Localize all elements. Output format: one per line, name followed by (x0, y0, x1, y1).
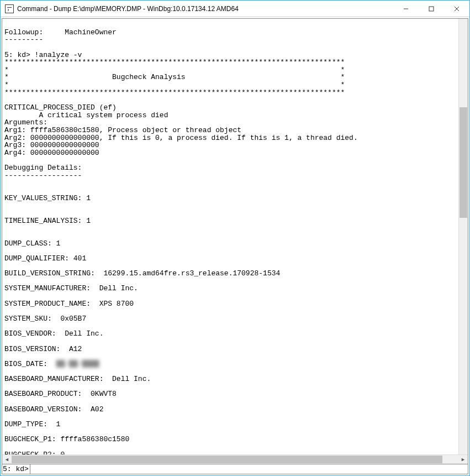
output-line (4, 44, 456, 51)
output-line (4, 278, 456, 285)
output-line: 5: kd> !analyze -v (4, 51, 456, 59)
svg-rect-0 (7, 7, 12, 8)
window-frame: Command - Dump E:\dmp\MEMORY.DMP - WinDb… (0, 0, 470, 476)
output-line: Arg2: 0000000000000000, If this is 0, a … (4, 134, 456, 142)
output-line (4, 292, 456, 300)
output-line: Arg4: 0000000000000000 (4, 149, 456, 157)
output-line: BASEBOARD_PRODUCT: 0KWVT8 (4, 390, 456, 398)
maximize-icon (429, 6, 434, 12)
output-line: BUGCHECK_P1: ffffa586380c1580 (4, 436, 456, 443)
close-button[interactable] (444, 1, 469, 17)
output-line: DUMP_TYPE: 1 (4, 421, 456, 428)
output-line: ****************************************… (4, 89, 456, 97)
vertical-scrollbar[interactable] (458, 19, 468, 454)
output-line: ****************************************… (4, 59, 456, 66)
svg-rect-2 (429, 7, 434, 11)
output-line (4, 263, 456, 270)
output-line (4, 353, 456, 360)
output-line (4, 413, 456, 421)
output-area: Followup: MachineOwner--------- 5: kd> !… (2, 19, 468, 454)
output-line: BUILD_VERSION_STRING: 16299.15.amd64fre.… (4, 270, 456, 278)
chevron-right-icon: ► (461, 457, 466, 462)
console-output[interactable]: Followup: MachineOwner--------- 5: kd> !… (2, 19, 458, 454)
output-line: * Bugcheck Analysis * (4, 74, 456, 81)
minimize-button[interactable] (393, 1, 419, 17)
output-line: * * (4, 81, 456, 89)
output-line: BUGCHECK_P2: 0 (4, 451, 456, 454)
output-line: BIOS_VENDOR: Dell Inc. (4, 330, 456, 338)
output-line (4, 428, 456, 436)
output-line (4, 202, 456, 210)
titlebar[interactable]: Command - Dump E:\dmp\MEMORY.DMP - WinDb… (1, 1, 469, 17)
maximize-button[interactable] (419, 1, 444, 17)
output-line (4, 187, 456, 195)
scroll-left-button[interactable]: ◄ (2, 455, 12, 464)
output-line (4, 323, 456, 331)
output-line: --------- (4, 36, 456, 44)
bios-date-redacted: ██/██/████ (56, 360, 99, 368)
output-line: BIOS_DATE: ██/██/████ (4, 360, 456, 368)
output-line (4, 96, 456, 104)
output-line (4, 443, 456, 451)
command-prompt-row: 5: kd> (2, 464, 468, 474)
output-line: CRITICAL_PROCESS_DIED (ef) (4, 104, 456, 112)
output-line: Followup: MachineOwner (4, 29, 456, 36)
output-line: DUMP_CLASS: 1 (4, 240, 456, 248)
output-line (4, 247, 456, 255)
output-line: SYSTEM_PRODUCT_NAME: XPS 8700 (4, 300, 456, 308)
window-title: Command - Dump E:\dmp\MEMORY.DMP - WinDb… (17, 5, 393, 13)
output-line: Arg3: 0000000000000000 (4, 142, 456, 149)
output-line: KEY_VALUES_STRING: 1 (4, 195, 456, 202)
output-line (4, 21, 456, 29)
output-line: BASEBOARD_VERSION: A02 (4, 406, 456, 414)
scroll-right-button[interactable]: ► (458, 455, 468, 464)
output-line: A critical system process died (4, 112, 456, 119)
output-line (4, 338, 456, 346)
output-line: Arg1: ffffa586380c1580, Process object o… (4, 127, 456, 134)
output-line (4, 157, 456, 165)
output-line (4, 383, 456, 391)
output-line: TIMELINE_ANALYSIS: 1 (4, 217, 456, 225)
output-line: DUMP_QUALIFIER: 401 (4, 255, 456, 263)
app-icon (5, 4, 14, 13)
vertical-scrollbar-thumb[interactable] (460, 107, 467, 218)
output-line (4, 398, 456, 406)
command-input[interactable] (30, 464, 468, 474)
output-line: BIOS_VERSION: A12 (4, 346, 456, 353)
window-controls (393, 1, 469, 17)
output-line (4, 368, 456, 375)
chevron-left-icon: ◄ (4, 457, 9, 462)
client-area: Followup: MachineOwner--------- 5: kd> !… (2, 18, 468, 474)
horizontal-scrollbar[interactable]: ◄ ► (2, 454, 468, 464)
output-line (4, 179, 456, 187)
output-line: * * (4, 66, 456, 74)
minimize-icon (403, 6, 409, 12)
output-line: ------------------ (4, 172, 456, 180)
output-line (4, 307, 456, 315)
output-line: SYSTEM_SKU: 0x05B7 (4, 315, 456, 323)
output-line: SYSTEM_MANUFACTURER: Dell Inc. (4, 285, 456, 292)
output-line (4, 232, 456, 240)
close-icon (454, 6, 460, 12)
output-line (4, 224, 456, 232)
horizontal-scrollbar-thumb[interactable] (12, 456, 442, 463)
prompt-label: 5: kd> (2, 464, 30, 474)
output-line: Arguments: (4, 119, 456, 127)
output-line (4, 210, 456, 217)
output-line: BASEBOARD_MANUFACTURER: Dell Inc. (4, 375, 456, 383)
output-line: Debugging Details: (4, 164, 456, 172)
horizontal-scrollbar-track[interactable] (12, 455, 458, 464)
